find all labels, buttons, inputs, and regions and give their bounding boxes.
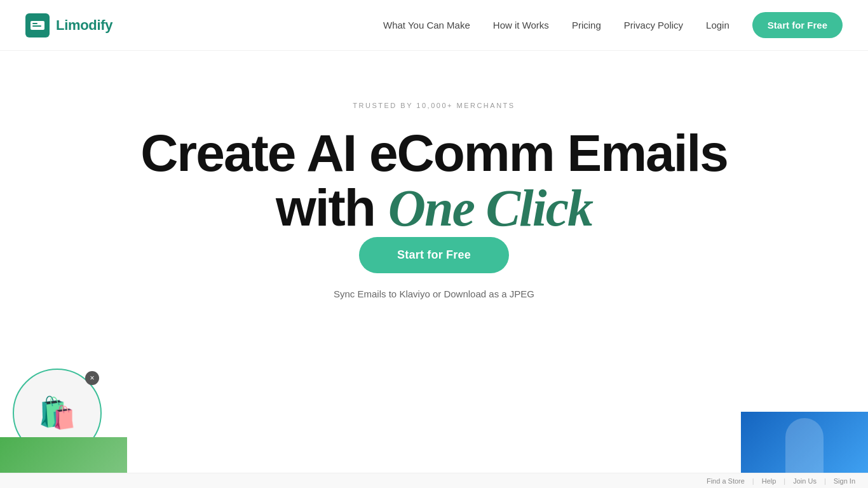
footer-help[interactable]: Help bbox=[762, 477, 776, 485]
shopify-close-button[interactable]: × bbox=[85, 371, 99, 385]
footer-join-us[interactable]: Join Us bbox=[793, 477, 817, 485]
header: Limodify What You Can Make How it Works … bbox=[0, 0, 868, 51]
logo-icon-inner bbox=[31, 21, 44, 30]
hero-subtitle: Sync Emails to Klaviyo or Download as a … bbox=[334, 288, 534, 299]
shopify-bag-icon: 🛍️ bbox=[38, 395, 76, 431]
logo[interactable]: Limodify bbox=[25, 13, 112, 37]
nav-login[interactable]: Login bbox=[706, 20, 729, 30]
hero-title: Create AI eComm Emails with One Click bbox=[140, 127, 728, 237]
footer-sign-in[interactable]: Sign In bbox=[834, 477, 855, 485]
hero-title-italic: One Click bbox=[388, 179, 592, 237]
nav-start-for-free-button[interactable]: Start for Free bbox=[752, 12, 843, 38]
hero-title-line2: with One Click bbox=[276, 179, 592, 236]
brand-name: Limodify bbox=[56, 17, 112, 34]
person-silhouette bbox=[785, 418, 824, 482]
nav-how-it-works[interactable]: How it Works bbox=[493, 20, 549, 30]
hero-start-for-free-button[interactable]: Start for Free bbox=[359, 237, 509, 273]
trusted-badge: TRUSTED BY 10,000+ MERCHANTS bbox=[353, 102, 515, 109]
hero-title-line1: Create AI eComm Emails bbox=[140, 124, 728, 182]
nav-what-you-can-make[interactable]: What You Can Make bbox=[383, 20, 470, 30]
footer-bar: Find a Store | Help | Join Us | Sign In bbox=[0, 473, 868, 488]
hero-title-with-prefix: with bbox=[276, 179, 388, 236]
logo-icon bbox=[25, 13, 50, 37]
main-nav: What You Can Make How it Works Pricing P… bbox=[383, 12, 843, 38]
hero-section: TRUSTED BY 10,000+ MERCHANTS Create AI e… bbox=[0, 51, 868, 299]
footer-find-a-store[interactable]: Find a Store bbox=[707, 477, 745, 485]
nav-pricing[interactable]: Pricing bbox=[572, 20, 601, 30]
nav-privacy-policy[interactable]: Privacy Policy bbox=[624, 20, 683, 30]
